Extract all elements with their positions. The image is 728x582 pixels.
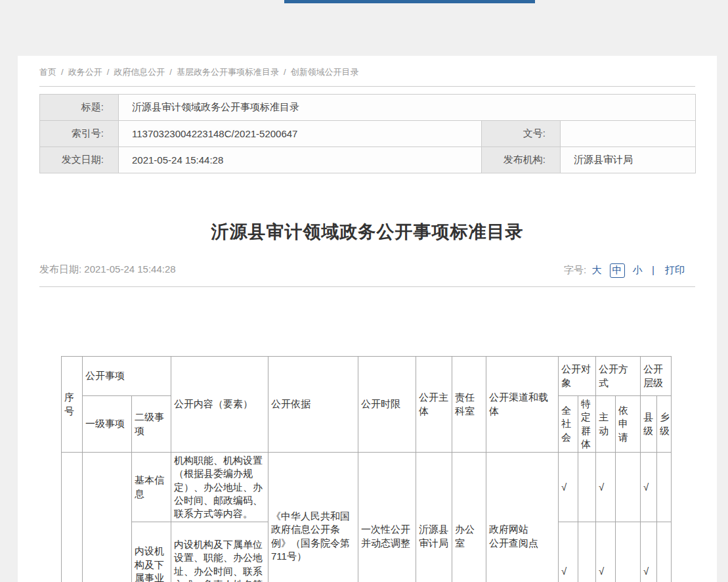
font-size-large-button[interactable]: 大 [591,264,601,275]
header-shixian: 公开时限 [358,357,416,453]
cell-xiangji-2 [657,522,672,582]
breadcrumb-separator: / [107,67,110,77]
catalog-body-row-1: 基本信息 机构职能、机构设置（根据县委编办规定）、办公地址、办公时间、邮政编码、… [62,453,672,522]
meta-index-label: 索引号: [40,121,119,147]
cell-xianji-check-2: √ [641,522,657,582]
publish-date-label: 发布日期: [39,263,81,275]
header-xuhao: 序号 [62,357,83,453]
print-button[interactable]: 打印 [665,264,685,275]
cell-xiangji-1 [657,453,672,522]
catalog-header-row-1: 序号 公开事项 公开内容（要素） 公开依据 公开时限 公开主体 责任科室 公开渠… [62,357,672,396]
cell-yishenqing-1 [616,453,641,522]
meta-title-value: 沂源县审计领域政务公开事项标准目录 [119,95,696,121]
header-cengji: 公开层级 [641,357,672,396]
font-size-medium-button[interactable]: 中 [610,263,625,278]
breadcrumb-separator: / [284,67,286,77]
cell-erji-1: 基本信息 [132,453,171,522]
cell-quanshehui-check-2: √ [559,522,578,582]
cell-quanshehui-check-1: √ [559,453,578,522]
meta-org-label: 发布机构: [482,147,561,173]
meta-date-label: 发文日期: [40,147,119,173]
page-title: 沂源县审计领域政务公开事项标准目录 [18,220,717,244]
cell-erji-2: 内设机构及下属事业单位 [132,522,171,582]
header-fangshi: 公开方式 [596,357,641,396]
cell-teding-2 [578,522,596,582]
font-size-controls: 字号: 大 中 小 | 打印 [564,263,687,278]
page: { "colors": { "top_bar_blue": "#2e68a0",… [0,0,728,582]
breadcrumb-item-jczwgk[interactable]: 基层政务公开事项标准目录 [177,67,279,77]
cell-zhudong-check-1: √ [596,453,616,522]
cell-shixian: 一次性公开并动态调整 [358,453,416,582]
publish-date-value: 2021-05-24 15:44:28 [84,263,175,275]
breadcrumb-separator: / [61,67,64,77]
font-size-small-button[interactable]: 小 [633,264,643,275]
breadcrumb-item-cxlygkml[interactable]: 创新领域公开目录 [291,67,359,77]
header-teding-qunti: 特定群体 [578,396,596,453]
cell-neirong-2: 内设机构及下属单位设置、职能、办公地址、办公时间、联系方式、负责人姓名等信息。 [171,522,268,582]
publish-date: 发布日期: 2021-05-24 15:44:28 [39,263,176,276]
breadcrumb-item-zwgk[interactable]: 政务公开 [68,67,102,77]
header-keshi: 责任科室 [452,357,486,453]
cell-neirong-1: 机构职能、机构设置（根据县委编办规定）、办公地址、办公时间、邮政编码、联系方式等… [171,453,268,522]
cell-keshi: 办公室 [452,453,486,582]
meta-org-value: 沂源县审计局 [561,147,696,173]
header-quanshehui: 全社会 [559,396,578,453]
top-nav-bar-fragment [284,0,535,3]
breadcrumb-separator: / [169,67,172,77]
meta-title-label: 标题: [40,95,119,121]
disclosure-catalog-table: 序号 公开事项 公开内容（要素） 公开依据 公开时限 公开主体 责任科室 公开渠… [61,356,672,582]
meta-row-date: 发文日期: 2021-05-24 15:44:28 发布机构: 沂源县审计局 [40,147,696,173]
breadcrumb: 首页/政务公开/政府信息公开/基层政务公开事项标准目录/创新领域公开目录 [39,66,695,87]
meta-docnum-label: 文号: [482,121,561,147]
breadcrumb-item-zfxxgk[interactable]: 政府信息公开 [114,67,165,77]
cell-xianji-check-1: √ [641,453,657,522]
publish-info-row: 发布日期: 2021-05-24 15:44:28 字号: 大 中 小 | 打印 [39,258,695,287]
header-neirong: 公开内容（要素） [171,357,268,453]
header-zhudong: 主动 [596,396,616,453]
header-yishenqing: 依申请 [616,396,641,453]
header-xiangji: 乡级 [657,396,672,453]
cell-yishenqing-2 [616,522,641,582]
cell-yiji [83,453,132,582]
document-meta-table: 标题: 沂源县审计领域政务公开事项标准目录 索引号: 1137032300422… [39,94,696,173]
header-xianji: 县级 [641,396,657,453]
header-duixiang: 公开对象 [559,357,596,396]
meta-index-value: 11370323004223148C/2021-5200647 [119,121,482,147]
cell-qudao: 政府网站 公开查阅点 [486,453,559,582]
header-gongkai-shixiang: 公开事项 [83,357,171,396]
breadcrumb-item-home[interactable]: 首页 [39,67,56,77]
controls-divider: | [652,264,654,275]
header-yiji-shixiang: 一级事项 [83,396,132,453]
cell-zhuti: 沂源县审计局 [416,453,452,582]
cell-zhudong-check-2: √ [596,522,616,582]
cell-yiju: 《中华人民共和国政府信息公开条例》（国务院令第711号） [268,453,358,582]
header-yiju: 公开依据 [268,357,358,453]
meta-date-value: 2021-05-24 15:44:28 [119,147,482,173]
meta-row-index: 索引号: 11370323004223148C/2021-5200647 文号: [40,121,696,147]
content-panel: 首页/政务公开/政府信息公开/基层政务公开事项标准目录/创新领域公开目录 标题:… [18,56,717,582]
cell-teding-1 [578,453,596,522]
header-erji-shixiang: 二级事项 [132,396,171,453]
meta-docnum-value [561,121,696,147]
cell-xuhao [62,453,83,582]
font-size-label: 字号: [564,264,586,275]
meta-row-title: 标题: 沂源县审计领域政务公开事项标准目录 [40,95,696,121]
header-qudao: 公开渠道和载体 [486,357,559,453]
header-zhuti: 公开主体 [416,357,452,453]
